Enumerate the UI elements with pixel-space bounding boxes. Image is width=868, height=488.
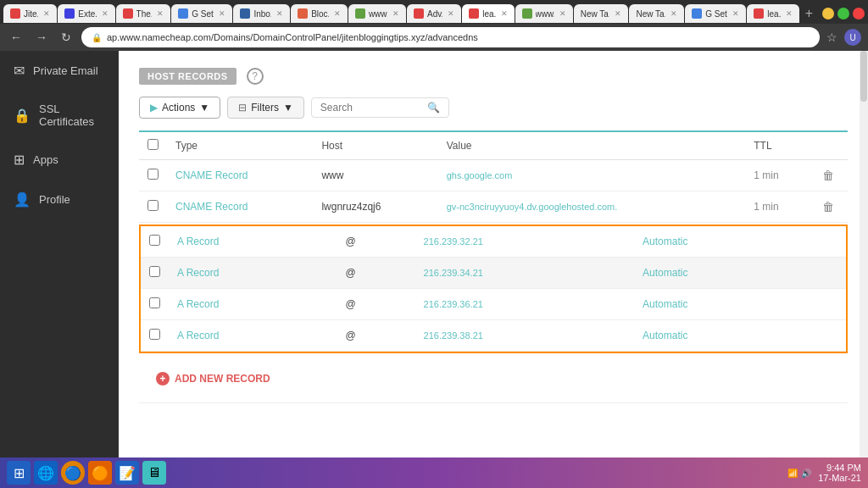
tab-newtab1[interactable]: New Ta... ✕ bbox=[574, 4, 629, 23]
tab-gset1[interactable]: G Set... ✕ bbox=[171, 4, 232, 23]
taskbar-app-firefox[interactable]: 🟠 bbox=[88, 461, 112, 485]
filter-icon: ⊟ bbox=[238, 102, 247, 114]
tab-bloc[interactable]: Bloc... ✕ bbox=[291, 4, 348, 23]
tab-close[interactable]: ✕ bbox=[157, 9, 164, 18]
tab-exte[interactable]: Exte... ✕ bbox=[58, 4, 114, 23]
tab-close[interactable]: ✕ bbox=[501, 9, 508, 18]
tab-close[interactable]: ✕ bbox=[102, 9, 108, 18]
tab-jite[interactable]: Jite... ✕ bbox=[3, 4, 57, 23]
add-record-button[interactable]: + ADD NEW RECORD bbox=[147, 363, 839, 394]
tab-lea2[interactable]: lea... ✕ bbox=[747, 4, 798, 23]
bookmark-button[interactable]: ☆ bbox=[826, 30, 837, 44]
row-type[interactable]: A Record bbox=[177, 236, 219, 247]
row-type[interactable]: CNAME Record bbox=[175, 201, 248, 213]
taskbar-app-chrome[interactable]: 🔵 bbox=[61, 461, 85, 485]
tab-close[interactable]: ✕ bbox=[219, 9, 225, 18]
sidebar: ✉ Private Email 🔒 SSL Certificates ⊞ App… bbox=[0, 51, 119, 458]
sidebar-label-ssl: SSL Certificates bbox=[39, 103, 105, 128]
filters-label: Filters bbox=[251, 102, 279, 114]
row-type[interactable]: A Record bbox=[177, 298, 219, 310]
table-header-row: Type Host Value TTL bbox=[139, 132, 848, 160]
taskbar-left: ⊞ 🌐 🔵 🟠 📝 🖥 bbox=[7, 461, 166, 485]
refresh-button[interactable]: ↻ bbox=[58, 29, 75, 46]
row-checkbox[interactable] bbox=[149, 235, 160, 246]
tab-close[interactable]: ✕ bbox=[670, 9, 677, 18]
address-bar-row: ← → ↻ 🔒 ap.www.namecheap.com/Domains/Dom… bbox=[0, 24, 868, 51]
maximize-button[interactable] bbox=[837, 8, 849, 19]
row-checkbox[interactable] bbox=[147, 169, 159, 180]
taskbar-app-start[interactable]: ⊞ bbox=[7, 461, 31, 485]
filters-button[interactable]: ⊟ Filters ▼ bbox=[227, 97, 304, 119]
row-checkbox[interactable] bbox=[149, 297, 160, 308]
new-tab-button[interactable]: + bbox=[800, 6, 818, 21]
tab-gset2[interactable]: G Set... ✕ bbox=[685, 4, 746, 23]
sidebar-label-profile: Profile bbox=[39, 193, 70, 206]
search-input[interactable] bbox=[320, 102, 422, 114]
tab-close[interactable]: ✕ bbox=[392, 9, 399, 18]
sidebar-item-profile[interactable]: 👤 Profile bbox=[0, 180, 119, 219]
forward-button[interactable]: → bbox=[32, 29, 51, 46]
row-ttl: 1 min bbox=[754, 169, 778, 181]
help-icon[interactable]: ? bbox=[247, 68, 264, 85]
tab-newtab2[interactable]: New Ta... ✕ bbox=[629, 4, 684, 23]
row-checkbox[interactable] bbox=[147, 200, 159, 211]
col-actions bbox=[814, 132, 848, 160]
row-checkbox[interactable] bbox=[149, 266, 160, 277]
tab-the[interactable]: The... ✕ bbox=[116, 4, 171, 23]
scrollbar-thumb[interactable] bbox=[860, 51, 867, 102]
tab-adv[interactable]: Adv... ✕ bbox=[407, 4, 461, 23]
tab-www1[interactable]: www... ✕ bbox=[348, 4, 406, 23]
actions-button[interactable]: ▶ Actions ▼ bbox=[139, 97, 220, 119]
tab-close[interactable]: ✕ bbox=[276, 9, 283, 18]
tab-close[interactable]: ✕ bbox=[732, 9, 739, 18]
section-header: HOST RECORDS ? bbox=[139, 68, 848, 85]
row-type[interactable]: A Record bbox=[177, 330, 219, 341]
select-all-checkbox[interactable] bbox=[147, 139, 159, 150]
tab-close[interactable]: ✕ bbox=[559, 9, 566, 18]
row-ttl: Automatic bbox=[643, 267, 687, 279]
tab-bar: Jite... ✕ Exte... ✕ The... ✕ G Set... ✕ … bbox=[0, 0, 868, 24]
add-record-row[interactable]: + ADD NEW RECORD bbox=[139, 355, 848, 403]
tab-close[interactable]: ✕ bbox=[786, 9, 793, 18]
taskbar-app-browser[interactable]: 🌐 bbox=[34, 461, 58, 485]
tab-www2[interactable]: www... ✕ bbox=[515, 4, 573, 23]
tab-lea1[interactable]: lea... ✕ bbox=[462, 4, 514, 23]
minimize-button[interactable] bbox=[822, 8, 834, 19]
tab-close[interactable]: ✕ bbox=[334, 9, 341, 18]
row-value: gv-nc3nciruyyuoy4.dv.googlehosted.com. bbox=[447, 202, 618, 212]
volume-icon: 🔊 bbox=[801, 469, 811, 478]
taskbar-app-word[interactable]: 📝 bbox=[115, 461, 139, 485]
main-layout: ✉ Private Email 🔒 SSL Certificates ⊞ App… bbox=[0, 51, 868, 458]
add-icon: + bbox=[156, 372, 170, 385]
actions-chevron: ▼ bbox=[199, 102, 209, 114]
row-type[interactable]: CNAME Record bbox=[175, 169, 248, 181]
delete-icon[interactable]: 🗑 bbox=[822, 169, 834, 182]
address-bar[interactable]: 🔒 ap.www.namecheap.com/Domains/DomainCon… bbox=[81, 27, 820, 47]
row-checkbox[interactable] bbox=[149, 329, 160, 340]
dns-table: Type Host Value TTL CNAME Record www ghs… bbox=[139, 132, 848, 403]
tab-close[interactable]: ✕ bbox=[43, 9, 50, 18]
table-row: A Record @ 216.239.36.21 Automatic bbox=[141, 289, 846, 320]
tab-close[interactable]: ✕ bbox=[615, 9, 621, 18]
row-value: ghs.google.com bbox=[447, 170, 513, 180]
tab-close[interactable]: ✕ bbox=[448, 9, 454, 18]
delete-icon[interactable]: 🗑 bbox=[822, 200, 834, 214]
back-button[interactable]: ← bbox=[7, 29, 25, 46]
search-box[interactable]: 🔍 bbox=[311, 97, 449, 118]
user-avatar[interactable]: U bbox=[844, 29, 861, 46]
taskbar-app-monitor[interactable]: 🖥 bbox=[142, 461, 166, 485]
table-row: A Record @ 216.239.32.21 Automatic bbox=[141, 226, 846, 258]
row-type[interactable]: A Record bbox=[177, 267, 219, 279]
row-ttl: Automatic bbox=[643, 236, 687, 247]
actions-label: Actions bbox=[162, 102, 195, 114]
row-ttl: Automatic bbox=[643, 330, 687, 341]
sidebar-item-ssl[interactable]: 🔒 SSL Certificates bbox=[0, 91, 119, 140]
close-button[interactable] bbox=[853, 8, 865, 19]
tab-inbo[interactable]: Inbo... ✕ bbox=[233, 4, 290, 23]
row-host: @ bbox=[337, 226, 415, 258]
table-row: A Record @ 216.239.38.21 Automatic bbox=[141, 320, 846, 352]
taskbar-system-icons: 📶 🔊 bbox=[787, 469, 811, 478]
sidebar-item-private-email[interactable]: ✉ Private Email bbox=[0, 51, 119, 91]
sidebar-item-apps[interactable]: ⊞ Apps bbox=[0, 140, 119, 180]
col-ttl: TTL bbox=[745, 132, 814, 160]
